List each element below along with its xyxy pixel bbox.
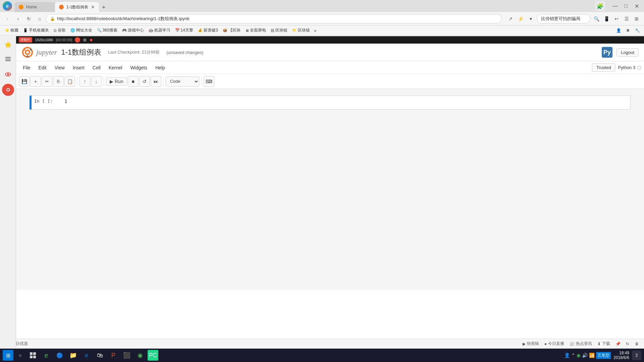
systray-volume-icon[interactable]: 🔊 bbox=[582, 353, 588, 358]
task-view-icon[interactable] bbox=[27, 349, 39, 361]
restart-run-button[interactable]: ⏭ bbox=[151, 76, 161, 87]
tab-jupyter[interactable]: 1-1数组例表 ✕ bbox=[55, 2, 99, 12]
taskbar-browser-icon[interactable]: e bbox=[40, 349, 52, 361]
stop-button[interactable]: ■ bbox=[128, 76, 139, 87]
keyboard-shortcuts-button[interactable]: ⌨ bbox=[204, 76, 214, 87]
back-button[interactable]: ‹ bbox=[3, 14, 12, 23]
download-item[interactable]: ⬇ 下载 bbox=[597, 341, 610, 347]
rec-settings-icon[interactable]: ⚙ bbox=[83, 38, 87, 43]
user-icon[interactable]: 👤 bbox=[614, 26, 623, 35]
code-cell[interactable]: In [ ]: 1 bbox=[32, 96, 631, 110]
bookmark-blockchain2[interactable]: 📁 区块链 bbox=[290, 27, 312, 34]
menu-kernel[interactable]: Kernel bbox=[105, 63, 126, 72]
extensions-grid-icon[interactable]: ⊞ bbox=[632, 14, 641, 23]
kernel-status-icon bbox=[637, 66, 641, 70]
taskbar-store-icon[interactable]: 🛍 bbox=[94, 349, 106, 361]
settings-icon[interactable]: ✖ bbox=[624, 26, 632, 35]
more-bookmarks-icon[interactable]: » bbox=[314, 28, 317, 33]
save-button[interactable]: 💾 bbox=[19, 76, 30, 87]
paste-button[interactable]: 📋 bbox=[64, 76, 75, 87]
maximize-button[interactable]: □ bbox=[621, 1, 631, 11]
bookmark-fullscreen[interactable]: 🖥 全面屏电 bbox=[243, 27, 268, 34]
screen2-item[interactable]: 🖥 bbox=[635, 341, 639, 347]
home-button[interactable]: ⌂ bbox=[35, 14, 44, 23]
bookmark-14[interactable]: 📅 14天擎 bbox=[173, 27, 195, 34]
bookmark-games[interactable]: 🎮 游戏中心 bbox=[120, 27, 146, 34]
systray-wifi-icon[interactable]: 📶 bbox=[589, 353, 595, 358]
systray-arrow-icon[interactable]: ⌃ bbox=[571, 353, 575, 358]
pin-item[interactable]: 📌 bbox=[615, 341, 621, 347]
close-tab-icon[interactable]: ✕ bbox=[91, 4, 95, 10]
share-icon[interactable]: ↗ bbox=[506, 14, 515, 23]
taskbar-ppt-icon[interactable]: P bbox=[107, 349, 119, 361]
search-box[interactable]: 比传销更可怕的骗局 bbox=[537, 14, 590, 23]
browser-action-buttons: 🔍 📱 ↩ ☰ ⊞ bbox=[592, 14, 641, 23]
logout-button[interactable]: Logout bbox=[616, 48, 639, 57]
move-down-button[interactable]: ↓ bbox=[91, 76, 102, 87]
address-bar: ‹ › ↻ ⌂ 🔒 http://localhost:8888/notebook… bbox=[0, 12, 644, 25]
run-button[interactable]: ▶ Run bbox=[106, 77, 127, 86]
tools-icon[interactable]: 🔧 bbox=[633, 26, 641, 35]
bookmark-ml[interactable]: 🤖 机器学习 bbox=[147, 27, 172, 34]
search-icon[interactable]: 🔍 bbox=[592, 14, 601, 23]
lightning-icon[interactable]: ⚡ bbox=[516, 14, 525, 23]
cell-type-select[interactable]: Code bbox=[166, 76, 199, 86]
close-button[interactable]: ✕ bbox=[632, 1, 641, 11]
menu-view[interactable]: View bbox=[51, 63, 69, 72]
taskbar-edge-icon[interactable]: e bbox=[80, 349, 93, 361]
move-up-button[interactable]: ↑ bbox=[79, 76, 90, 87]
bookmark-nav[interactable]: 🌐 网址大全 bbox=[68, 27, 94, 34]
sidebar-eye-icon[interactable] bbox=[2, 68, 14, 80]
taskbar-pycharm-icon[interactable]: PC bbox=[148, 350, 158, 361]
notification-button[interactable]: 2 bbox=[632, 351, 641, 360]
menu-cell[interactable]: Cell bbox=[89, 63, 105, 72]
cut-button[interactable]: ✂ bbox=[42, 76, 52, 87]
taskbar-explorer-icon[interactable]: 📁 bbox=[67, 349, 79, 361]
trusted-button[interactable]: Trusted bbox=[592, 63, 615, 72]
systray-user-icon[interactable]: 👤 bbox=[564, 353, 570, 358]
forward-button[interactable]: › bbox=[13, 14, 23, 23]
expand-icon[interactable]: ▾ bbox=[526, 14, 535, 23]
tab-home[interactable]: Home bbox=[15, 2, 55, 12]
rec-stop-icon[interactable]: ■ bbox=[90, 37, 92, 43]
menu-edit[interactable]: Edit bbox=[35, 63, 51, 72]
bookmark-blockchain1[interactable]: ⛓ 区块链 bbox=[269, 27, 289, 34]
bookmark-salary[interactable]: 💰 薪资破3 bbox=[196, 27, 220, 34]
sidebar-list-icon[interactable] bbox=[2, 53, 14, 65]
bookmark-block1[interactable]: 📦 【区块 bbox=[221, 27, 243, 34]
refresh-button[interactable]: ↻ bbox=[24, 14, 34, 23]
back-history-icon[interactable]: ↩ bbox=[612, 14, 621, 23]
taskbar-terminal-icon[interactable]: ⬛ bbox=[121, 349, 133, 361]
news-item[interactable]: 📰 热点资讯 bbox=[570, 341, 592, 347]
menu-help[interactable]: Help bbox=[151, 63, 169, 72]
systray-lang-icon[interactable]: 五笔型 bbox=[596, 352, 611, 359]
taskbar-360-icon[interactable]: ◉ bbox=[134, 349, 146, 361]
menu-widgets[interactable]: Widgets bbox=[126, 63, 151, 72]
start-button[interactable]: ⊞ bbox=[3, 350, 13, 361]
minimize-button[interactable]: — bbox=[610, 1, 620, 11]
bookmark-360[interactable]: 🔍 360搜索 bbox=[95, 27, 119, 34]
extensions-icon[interactable]: 🧩 bbox=[595, 1, 605, 11]
bookmark-item[interactable]: ⭐ 收藏 bbox=[3, 27, 20, 34]
add-cell-button[interactable]: + bbox=[30, 76, 41, 87]
bookmark-google[interactable]: G 谷歌 bbox=[52, 27, 68, 34]
sidebar-star-icon[interactable] bbox=[2, 39, 14, 51]
systray-360-icon[interactable]: ◉ bbox=[577, 353, 581, 358]
new-tab-button[interactable]: + bbox=[99, 3, 108, 12]
live-item[interactable]: ● 今日直播 bbox=[544, 341, 564, 347]
bookmark-mobile[interactable]: 📱 手机收藏夹 bbox=[21, 27, 51, 34]
left-sidebar bbox=[0, 36, 16, 349]
address-input[interactable]: 🔒 http://localhost:8888/notebooks/dcMach… bbox=[46, 14, 502, 23]
refresh-item[interactable]: ↻ bbox=[626, 341, 629, 347]
mobile-view-icon[interactable]: 📱 bbox=[602, 14, 611, 23]
restart-button[interactable]: ↺ bbox=[139, 76, 150, 87]
menu-icon[interactable]: ☰ bbox=[622, 14, 631, 23]
sidebar-at-icon[interactable] bbox=[2, 84, 14, 96]
taskbar-cortana-icon[interactable]: 🔵 bbox=[54, 349, 66, 361]
cell-input[interactable]: 1 bbox=[62, 96, 630, 109]
quick-cut-item[interactable]: ▶ 快剪辑 bbox=[523, 341, 539, 347]
search-button[interactable]: ○ bbox=[15, 350, 25, 361]
menu-file[interactable]: File bbox=[19, 63, 35, 72]
menu-insert[interactable]: Insert bbox=[69, 63, 89, 72]
copy-button[interactable]: ⎘ bbox=[53, 76, 64, 87]
